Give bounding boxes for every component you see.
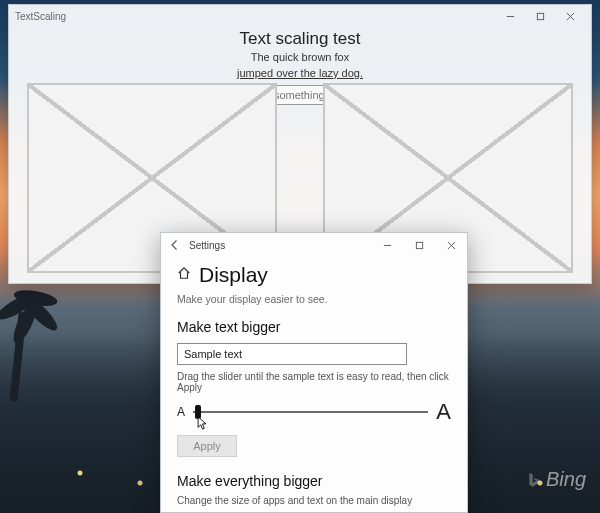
text-scaling-titlebar[interactable]: TextScaling — [9, 5, 591, 27]
settings-close-button[interactable] — [435, 233, 467, 257]
close-button[interactable] — [555, 5, 585, 27]
minimize-icon — [383, 241, 392, 250]
everything-hint: Change the size of apps and text on the … — [177, 495, 451, 506]
settings-minimize-button[interactable] — [371, 233, 403, 257]
svg-rect-1 — [416, 242, 422, 248]
minimize-button[interactable] — [495, 5, 525, 27]
settings-window: Settings Display Make your disp — [160, 232, 468, 513]
page-lead: Make your display easier to see. — [177, 293, 451, 305]
apply-button-label: Apply — [193, 440, 221, 452]
section-make-everything-bigger: Make everything bigger — [177, 473, 451, 489]
wallpaper-palm — [0, 282, 52, 402]
bing-logo-icon — [526, 472, 542, 488]
maximize-icon — [536, 12, 545, 21]
sample-sentence-line1: The quick brown fox — [9, 51, 591, 65]
home-icon[interactable] — [177, 266, 191, 284]
svg-rect-0 — [537, 13, 543, 19]
settings-title: Settings — [189, 240, 371, 251]
page-heading: Display — [199, 263, 268, 287]
text-size-slider[interactable] — [193, 402, 428, 422]
close-icon — [447, 241, 456, 250]
slider-label-big-a: A — [436, 399, 451, 425]
text-scaling-heading: Text scaling test — [9, 29, 591, 49]
maximize-icon — [415, 241, 424, 250]
sample-text-box: Sample text — [177, 343, 407, 365]
settings-back-button[interactable] — [161, 239, 189, 251]
slider-label-small-a: A — [177, 405, 185, 419]
mouse-cursor-icon — [197, 416, 208, 434]
text-scaling-title: TextScaling — [15, 11, 66, 22]
settings-maximize-button[interactable] — [403, 233, 435, 257]
maximize-button[interactable] — [525, 5, 555, 27]
sample-sentence-line2: jumped over the lazy dog. — [9, 67, 591, 81]
wallpaper-attribution-text: Bing — [546, 468, 586, 491]
minimize-icon — [506, 12, 515, 21]
section-make-text-bigger: Make text bigger — [177, 319, 451, 335]
wallpaper-attribution: Bing — [526, 468, 586, 491]
back-arrow-icon — [169, 239, 181, 251]
desktop-wallpaper: Bing TextScaling Text scaling test The q… — [0, 0, 600, 513]
close-icon — [566, 12, 575, 21]
slider-hint: Drag the slider until the sample text is… — [177, 371, 451, 393]
slider-track — [193, 411, 428, 413]
settings-titlebar[interactable]: Settings — [161, 233, 467, 257]
settings-breadcrumb: Display — [177, 263, 451, 287]
apply-button[interactable]: Apply — [177, 435, 237, 457]
